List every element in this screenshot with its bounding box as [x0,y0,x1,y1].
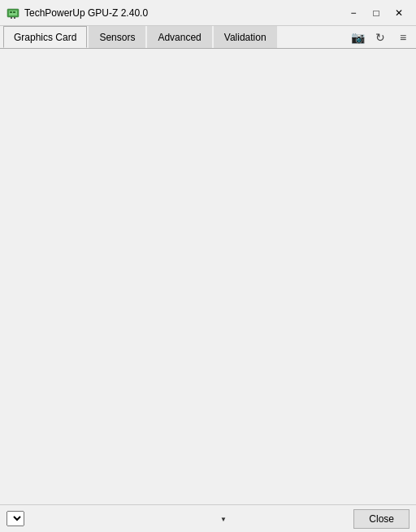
refresh-icon: ↻ [375,31,385,44]
camera-button[interactable]: 📷 [348,28,367,46]
tab-bar: Graphics Card Sensors Advanced Validatio… [0,26,416,49]
close-button[interactable]: Close [353,509,410,529]
camera-icon: 📷 [351,31,365,44]
tab-validation[interactable]: Validation [214,26,277,48]
svg-rect-4 [11,17,12,19]
tabs-container: Graphics Card Sensors Advanced Validatio… [3,26,348,48]
menu-icon: ≡ [400,31,406,44]
tab-advanced[interactable]: Advanced [147,26,211,48]
svg-rect-3 [13,11,15,13]
menu-button[interactable]: ≡ [393,28,413,46]
svg-rect-2 [10,11,12,13]
minimize-button[interactable]: − [343,5,364,21]
svg-rect-5 [14,17,15,19]
window-close-button[interactable]: ✕ [388,5,410,21]
status-bar: Close [0,504,416,532]
title-bar-left: TechPowerUp GPU-Z 2.40.0 [6,7,148,20]
gpu-selector[interactable] [6,511,24,526]
app-title: TechPowerUp GPU-Z 2.40.0 [24,7,148,19]
refresh-button[interactable]: ↻ [370,28,390,46]
tab-sensors[interactable]: Sensors [89,26,145,48]
tab-bar-actions: 📷 ↻ ≡ [348,28,413,46]
gpu-selector-wrapper [6,511,230,526]
app-icon [6,7,20,20]
title-bar: TechPowerUp GPU-Z 2.40.0 − □ ✕ [0,0,416,26]
title-bar-controls: − □ ✕ [343,5,410,21]
maximize-button[interactable]: □ [366,5,387,21]
main-content [0,49,416,504]
tab-graphics-card[interactable]: Graphics Card [3,26,87,48]
